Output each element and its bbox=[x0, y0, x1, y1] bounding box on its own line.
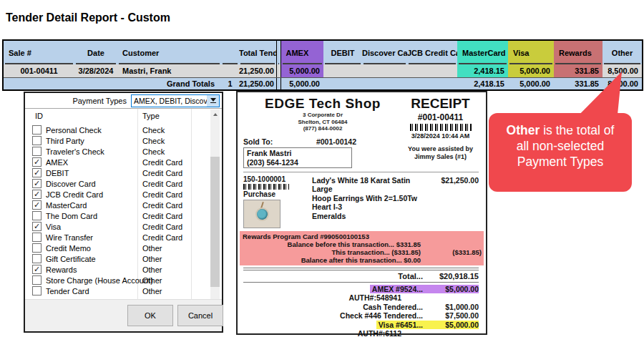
tender-detail-table: Sale # Date Customer Total Tender AMEX D… bbox=[2, 39, 643, 91]
col-header-total-tender[interactable]: Total Tender bbox=[239, 40, 276, 64]
col-header-mastercard[interactable]: MasterCard bbox=[457, 40, 508, 64]
checkbox[interactable]: ✓ bbox=[32, 200, 42, 210]
item-barcode bbox=[243, 184, 289, 190]
col-header-visa[interactable]: Visa bbox=[508, 40, 554, 64]
payment-types-label: Payment Types bbox=[72, 97, 127, 105]
rewards-program-section: Rewards Program Card #990500100153 Balan… bbox=[240, 231, 484, 265]
payment-type-id: Wire Transfer bbox=[46, 233, 93, 242]
item-description-line2: Hoop Earrings With 2=1.50Tw Heart I-3 bbox=[312, 194, 423, 212]
checkbox[interactable] bbox=[32, 147, 42, 156]
cancel-button[interactable]: Cancel bbox=[177, 305, 223, 326]
divider bbox=[243, 282, 479, 283]
payment-types-dialog: Payment Types AMEX, DEBIT, Discove ID Ty… bbox=[24, 92, 223, 333]
checkbox[interactable]: ✓ bbox=[32, 222, 42, 231]
cell-debit bbox=[323, 64, 362, 77]
col-header-jcb[interactable]: JCB Credit Card bbox=[407, 40, 457, 64]
checkbox[interactable]: ✓ bbox=[32, 157, 42, 167]
col-header-sale[interactable]: Sale # bbox=[3, 40, 74, 64]
list-col-header-type[interactable]: Type bbox=[142, 112, 160, 120]
grand-jcb bbox=[407, 77, 457, 90]
rewards-line3: This transaction... ($331.85) bbox=[243, 248, 481, 256]
payment-type-id: Gift Certificate bbox=[46, 255, 96, 263]
checkbox[interactable] bbox=[32, 286, 42, 296]
customer-name: Frank Mastri bbox=[247, 149, 348, 158]
payment-type-id: MasterCard bbox=[46, 201, 87, 210]
col-header-amex[interactable]: AMEX bbox=[280, 40, 323, 64]
cell-count bbox=[221, 64, 239, 77]
column-divider bbox=[191, 109, 192, 318]
grand-other: 8,500.00 bbox=[602, 77, 643, 90]
tender-amount: $1,000.00 bbox=[423, 303, 479, 312]
sold-to-label: Sold To: bbox=[243, 137, 273, 146]
checkbox[interactable] bbox=[32, 211, 42, 220]
ok-button[interactable]: OK bbox=[127, 305, 173, 326]
grand-debit bbox=[323, 77, 362, 90]
payment-type-type: Other bbox=[142, 276, 162, 285]
customer-phone: (203) 564-1234 bbox=[247, 158, 348, 167]
table-row[interactable]: 001-00411 3/28/2024 Mastri, Frank 21,250… bbox=[3, 64, 643, 77]
cell-visa: 5,000.00 bbox=[508, 64, 554, 77]
tender-label: Cash Tendered... bbox=[363, 303, 423, 312]
payment-type-id: Rewards bbox=[46, 265, 77, 274]
divider bbox=[243, 268, 479, 270]
payment-type-type: Check bbox=[142, 137, 165, 145]
checkbox[interactable]: ✓ bbox=[32, 265, 42, 274]
tender-label: Check #446 Tendered... bbox=[340, 311, 423, 321]
grand-rewards: 331.85 bbox=[554, 77, 602, 90]
scrollbar-thumb[interactable] bbox=[210, 157, 220, 287]
tender-auth: AUTH#:6112 bbox=[358, 329, 423, 337]
chevron-down-icon bbox=[210, 102, 216, 103]
col-header-rewards[interactable]: Rewards bbox=[554, 40, 602, 64]
payment-type-id: AMEX bbox=[46, 158, 68, 167]
col-header-other[interactable]: Other bbox=[602, 40, 643, 64]
payment-type-type: Credit Card bbox=[142, 212, 182, 220]
col-header-debit[interactable]: DEBIT bbox=[323, 40, 362, 64]
assisted-by-line1: You were assisted by bbox=[402, 145, 479, 153]
scroll-up-icon[interactable] bbox=[210, 109, 220, 119]
col-header-customer[interactable]: Customer bbox=[117, 40, 221, 64]
grand-totals-label: Grand Totals bbox=[117, 77, 221, 90]
combobox-dropdown-button[interactable] bbox=[207, 95, 219, 107]
payment-type-type: Check bbox=[142, 126, 165, 135]
payment-type-type: Credit Card bbox=[142, 233, 182, 242]
customer-number: #001-00142 bbox=[316, 137, 356, 146]
payment-type-id: Third Party bbox=[46, 137, 84, 145]
tender-detail-report-page: Tender Detail Report - Custom Sale # Dat… bbox=[0, 0, 644, 337]
checkbox[interactable] bbox=[32, 275, 42, 285]
item-photo bbox=[243, 200, 280, 228]
chevron-down-icon bbox=[210, 98, 216, 102]
payment-type-type: Check bbox=[142, 147, 165, 156]
grand-mastercard: 2,418.15 bbox=[457, 77, 508, 90]
cell-sale: 001-00411 bbox=[3, 64, 74, 77]
checkbox[interactable] bbox=[32, 254, 42, 263]
list-scrollbar[interactable] bbox=[210, 109, 220, 316]
item-price: $21,250.00 bbox=[423, 175, 479, 228]
col-header-date[interactable]: Date bbox=[74, 40, 117, 64]
cell-customer: Mastri, Frank bbox=[117, 64, 221, 77]
payment-types-combobox[interactable]: AMEX, DEBIT, Discove bbox=[131, 94, 220, 107]
payment-type-type: Credit Card bbox=[142, 201, 182, 210]
tender-amount bbox=[423, 293, 479, 303]
checkbox[interactable]: ✓ bbox=[32, 190, 42, 199]
tender-label: Visa #6451... bbox=[379, 321, 423, 330]
item-description-line1: Lady's White 18 Karat Satin Large bbox=[312, 176, 423, 194]
payment-type-id: Discover Card bbox=[46, 180, 96, 188]
shop-phone: (877) 844-0002 bbox=[243, 125, 402, 132]
checkbox[interactable] bbox=[32, 136, 42, 145]
checkbox[interactable] bbox=[32, 243, 42, 253]
list-col-header-id[interactable]: ID bbox=[35, 112, 43, 120]
receipt-datetime: 3/28/2024 10:44 AM bbox=[402, 132, 479, 140]
col-header-discover[interactable]: Discover Card bbox=[362, 40, 407, 64]
shop-address-line1: 3 Corporate Dr bbox=[243, 112, 402, 119]
item-description-line3: Emeralds bbox=[312, 212, 423, 221]
checkbox[interactable] bbox=[32, 125, 42, 135]
tender-amount bbox=[423, 329, 479, 337]
checkbox[interactable]: ✓ bbox=[32, 179, 42, 188]
payment-type-id: Tender Card bbox=[46, 287, 89, 296]
payment-type-id: Visa bbox=[46, 223, 61, 231]
cell-discover bbox=[362, 64, 407, 77]
payment-type-id: Store Charge (House Account) bbox=[46, 276, 153, 285]
checkbox[interactable]: ✓ bbox=[32, 168, 42, 177]
payment-type-type: Credit Card bbox=[142, 169, 182, 177]
checkbox[interactable] bbox=[32, 233, 42, 242]
